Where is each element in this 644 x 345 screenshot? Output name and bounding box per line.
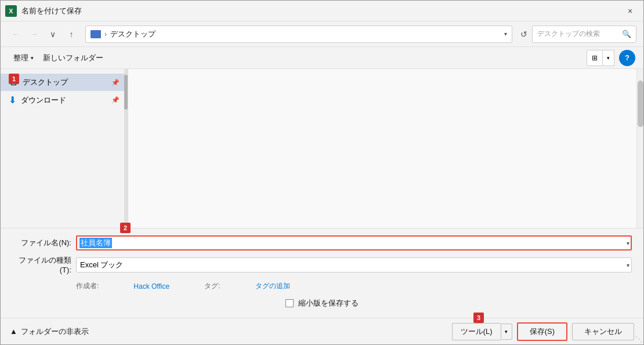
step-2-badge: 2: [120, 223, 131, 233]
sidebar-item-desktop-label: デスクトップ: [23, 77, 107, 88]
main-scrollbar[interactable]: [636, 69, 643, 228]
address-bar[interactable]: › デスクトップ ▾: [85, 26, 512, 43]
action-bar: 3 ▲ フォルダーの非表示 ツール(L) ▾ 保存(S) キャンセル: [1, 318, 643, 344]
filetype-label: ファイルの種類(T):: [12, 255, 76, 274]
address-separator: ›: [104, 30, 107, 38]
save-dialog: X 名前を付けて保存 × ← → ∨ ↑ › デスクトップ ▾ ↺ デスクトップ…: [0, 0, 644, 345]
app-icon: X: [5, 5, 17, 17]
filetype-select[interactable]: Excel ブック: [76, 257, 632, 273]
address-dropdown-icon[interactable]: ▾: [504, 31, 507, 37]
tag-label: タグ:: [204, 281, 220, 291]
up-button[interactable]: ↑: [63, 26, 79, 42]
save-button[interactable]: 保存(S): [517, 322, 567, 341]
filename-label: ファイル名(N):: [12, 238, 76, 248]
resize-grip[interactable]: ⋱: [635, 335, 642, 343]
filetype-row: ファイルの種類(T): Excel ブック ▾: [12, 255, 632, 274]
forward-button[interactable]: →: [26, 26, 42, 42]
author-label: 作成者:: [76, 281, 99, 291]
folder-toggle-icon: ▲: [10, 327, 17, 336]
sidebar: 🖥 デスクトップ 📌 ⬇ ダウンロード 📌: [1, 69, 128, 228]
refresh-button[interactable]: ↺: [518, 28, 530, 40]
view-dropdown-button[interactable]: ▾: [603, 50, 614, 66]
address-folder-icon: [91, 30, 101, 38]
search-icon: 🔍: [622, 30, 631, 38]
filetype-select-wrapper: Excel ブック ▾: [76, 257, 632, 273]
thumbnail-checkbox[interactable]: [285, 299, 294, 307]
cancel-button[interactable]: キャンセル: [572, 323, 634, 340]
sidebar-scroll-thumb: [124, 75, 128, 110]
author-value[interactable]: Hack Office: [133, 282, 169, 290]
step-3-badge: 3: [473, 313, 484, 323]
tag-value[interactable]: タグの追加: [255, 281, 290, 291]
title-bar: X 名前を付けて保存 ×: [1, 1, 643, 21]
sidebar-item-downloads-pin: 📌: [111, 96, 120, 104]
filename-row: ファイル名(N): 社員名簿 ▾: [12, 235, 632, 250]
toolbar: 整理 ▾ 新しいフォルダー ⊞ ▾ ?: [1, 47, 643, 69]
download-icon: ⬇: [9, 95, 16, 106]
folder-toggle[interactable]: ▲ フォルダーの非表示: [10, 326, 89, 337]
address-text: デスクトップ: [110, 29, 501, 39]
new-folder-button[interactable]: 新しいフォルダー: [38, 50, 108, 66]
file-list: [128, 69, 636, 88]
tools-button[interactable]: ツール(L): [452, 323, 501, 340]
meta-row: 作成者: Hack Office タグ: タグの追加: [76, 279, 632, 293]
folder-toggle-label: フォルダーの非表示: [21, 326, 89, 337]
main-area: 1 🖥 デスクトップ 📌 ⬇ ダウンロード 📌: [1, 69, 643, 228]
organize-button[interactable]: 整理 ▾: [9, 50, 38, 66]
form-area: 2 ファイル名(N): 社員名簿 ▾ ファイルの種類(T): Excel ブック…: [1, 228, 643, 318]
close-button[interactable]: ×: [617, 1, 643, 21]
thumbnail-label: 縮小版を保存する: [298, 298, 359, 308]
filename-input[interactable]: [76, 235, 632, 250]
dialog-title: 名前を付けて保存: [21, 6, 617, 16]
help-button[interactable]: ?: [619, 50, 635, 66]
view-toggle-button[interactable]: ⊞: [587, 50, 603, 66]
back-button[interactable]: ←: [8, 26, 24, 42]
sidebar-item-desktop[interactable]: 🖥 デスクトップ 📌: [1, 74, 128, 91]
sidebar-item-downloads[interactable]: ⬇ ダウンロード 📌: [1, 91, 128, 109]
sidebar-scrollbar[interactable]: [124, 69, 128, 228]
step-1-badge: 1: [9, 74, 19, 84]
file-area: [128, 69, 636, 228]
tools-dropdown-button[interactable]: ▾: [501, 324, 512, 340]
sidebar-item-downloads-label: ダウンロード: [21, 95, 107, 106]
down-button[interactable]: ∨: [45, 26, 61, 42]
sidebar-item-desktop-pin: 📌: [111, 79, 120, 86]
main-scroll-thumb: [638, 81, 643, 127]
search-placeholder: デスクトップの検索: [537, 29, 620, 39]
tools-wrapper: ツール(L) ▾: [452, 323, 512, 340]
filename-input-wrapper: 社員名簿 ▾: [76, 235, 632, 250]
navigation-bar: ← → ∨ ↑ › デスクトップ ▾ ↺ デスクトップの検索 🔍: [1, 21, 643, 47]
checkbox-row: 縮小版を保存する: [12, 293, 632, 313]
search-bar[interactable]: デスクトップの検索 🔍: [532, 26, 636, 43]
